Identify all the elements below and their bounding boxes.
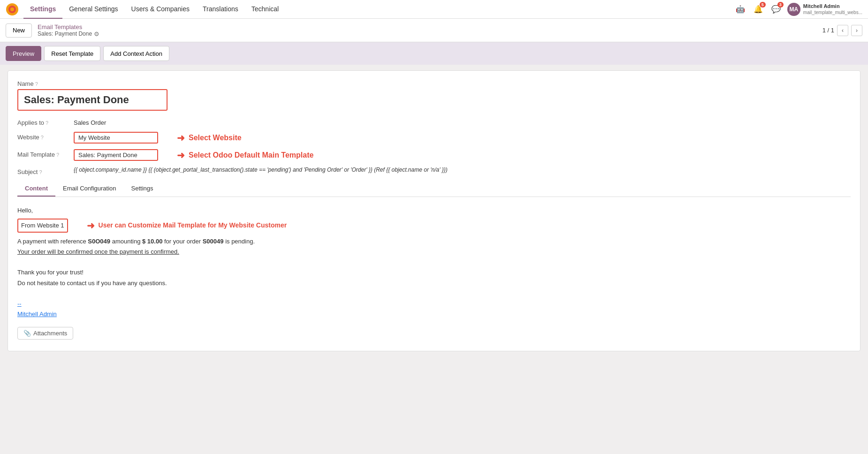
body-annotation: ➜ User can Customize Mail Template for M… (87, 218, 287, 234)
from-website-field[interactable]: From Website 1 (17, 219, 68, 233)
thanks-line: Thank you for your trust! (17, 267, 851, 278)
applies-help-icon: ? (46, 120, 48, 126)
mail-template-label: Mail Template ? (17, 149, 74, 158)
website-label: Website ? (17, 132, 74, 141)
secondary-bar: New Email Templates Sales: Payment Done … (0, 19, 868, 42)
nav-technical[interactable]: Technical (245, 0, 285, 19)
pagination: 1 / 1 ‹ › (822, 25, 862, 36)
name-label: Name ? (17, 80, 851, 87)
subject-label: Subject ? (17, 166, 74, 175)
dash-link[interactable]: -- (17, 300, 22, 307)
user-name: Mitchell Admin (803, 3, 862, 9)
mail-template-help-icon: ? (56, 152, 59, 158)
applies-to-value: Sales Order (74, 117, 106, 126)
main-content: Name ? Applies to ? Sales Order Website … (0, 65, 868, 357)
robot-icon[interactable]: 🤖 (734, 3, 747, 16)
bell-icon[interactable]: 🔔 5 (752, 3, 765, 16)
confirm-text: Your order will be confirmed once the pa… (17, 248, 179, 255)
name-section: Name ? (17, 80, 851, 111)
ref-value: S0O049 (88, 238, 110, 245)
mail-template-input[interactable]: Sales: Payment Done (74, 149, 158, 161)
content-tabs: Content Email Configuration Settings (17, 181, 851, 197)
action-bar: Preview Reset Template Add Context Actio… (0, 42, 868, 65)
website-help-icon: ? (41, 135, 44, 140)
paperclip-icon: 📎 (23, 330, 31, 337)
nav-general-settings[interactable]: General Settings (62, 0, 124, 19)
nav-menu: Settings General Settings Users & Compan… (23, 0, 734, 19)
arrow-right-icon-2: ➜ (177, 150, 185, 161)
nav-right-area: 🤖 🔔 5 💬 3 MA Mitchell Admin mail_templat… (734, 3, 862, 16)
add-context-action-button[interactable]: Add Context Action (103, 46, 169, 61)
settings-gear-icon[interactable]: ⚙ (94, 30, 99, 38)
applies-to-row: Applies to ? Sales Order (17, 117, 851, 126)
payment-line: A payment with reference S0O049 amountin… (17, 236, 851, 247)
new-button[interactable]: New (6, 23, 32, 38)
arrow-right-icon-3: ➜ (87, 218, 95, 234)
mail-template-row: Mail Template ? Sales: Payment Done (17, 149, 158, 161)
signature-dash: -- (17, 299, 851, 309)
mail-template-annotation: ➜ Select Odoo Default Main Template (177, 150, 313, 161)
hello-line: Hello, (17, 205, 851, 216)
website-row: Website ? My Website (17, 132, 158, 144)
attachments-button[interactable]: 📎 Attachments (17, 327, 73, 340)
svg-point-2 (10, 8, 14, 11)
nav-settings[interactable]: Settings (23, 0, 62, 19)
preview-button[interactable]: Preview (6, 46, 41, 61)
breadcrumb-link[interactable]: Email Templates (38, 23, 99, 30)
top-navigation: Settings General Settings Users & Compan… (0, 0, 868, 19)
nav-users-companies[interactable]: Users & Companies (125, 0, 197, 19)
nav-translations[interactable]: Translations (196, 0, 245, 19)
chat-icon[interactable]: 💬 3 (769, 3, 783, 16)
signature-name: Mitchell Admin (17, 309, 851, 319)
tab-email-configuration[interactable]: Email Configuration (55, 181, 123, 197)
website-input[interactable]: My Website (74, 132, 158, 144)
breadcrumb-current: Sales: Payment Done ⚙ (38, 30, 99, 38)
subject-row: Subject ? {{ object.company_id.name }} {… (17, 166, 851, 175)
avatar: MA (787, 3, 800, 16)
confirm-line: Your order will be confirmed once the pa… (17, 247, 851, 257)
chat-badge: 3 (777, 2, 784, 8)
breadcrumb: Email Templates Sales: Payment Done ⚙ (38, 23, 99, 38)
subject-help-icon: ? (39, 169, 42, 175)
arrow-right-icon: ➜ (177, 132, 185, 144)
contact-line: Do not hesitate to contact us if you hav… (17, 278, 851, 288)
user-db: mail_template_multi_webs... (803, 9, 862, 15)
next-page-button[interactable]: › (851, 25, 862, 36)
email-body: Hello, From Website 1 ➜ User can Customi… (17, 204, 851, 341)
user-menu[interactable]: MA Mitchell Admin mail_template_multi_we… (787, 3, 862, 16)
user-signature[interactable]: Mitchell Admin (17, 310, 57, 318)
form-card: Name ? Applies to ? Sales Order Website … (8, 70, 860, 351)
tab-settings[interactable]: Settings (124, 181, 161, 197)
amount-value: $ 10.00 (142, 238, 162, 245)
prev-page-button[interactable]: ‹ (837, 25, 848, 36)
order-ref-value: S00049 (203, 238, 224, 245)
name-help-icon: ? (35, 81, 38, 87)
applies-to-label: Applies to ? (17, 117, 74, 126)
reset-template-button[interactable]: Reset Template (44, 46, 100, 61)
app-logo[interactable] (6, 3, 19, 16)
bell-badge: 5 (760, 2, 766, 8)
name-input[interactable] (17, 89, 168, 111)
tab-content[interactable]: Content (17, 181, 55, 197)
subject-value: {{ object.company_id.name }} {{ (object.… (74, 166, 448, 173)
website-annotation: ➜ Select Website (177, 132, 242, 144)
